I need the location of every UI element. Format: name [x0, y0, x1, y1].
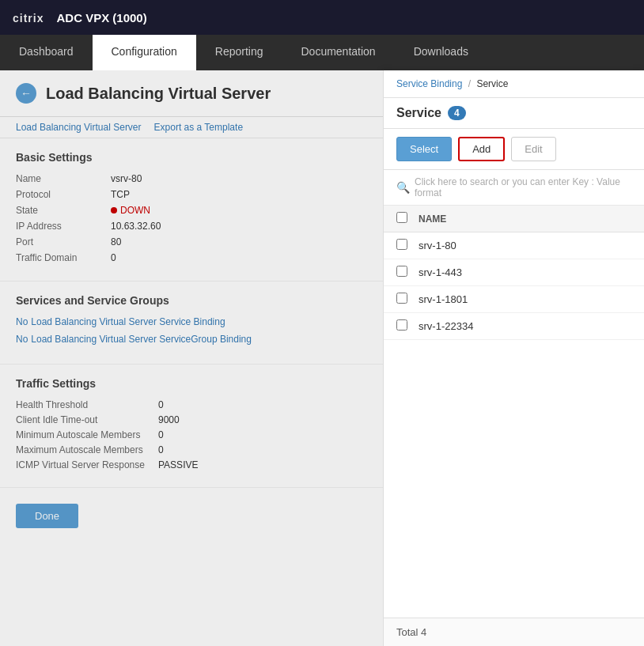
breadcrumb: Load Balancing Virtual Server Export as … — [0, 117, 383, 138]
field-min-autoscale: Minimum Autoscale Members 0 — [16, 429, 367, 440]
nav-tabs: Dashboard Configuration Reporting Docume… — [0, 35, 644, 70]
done-button[interactable]: Done — [16, 504, 78, 528]
field-protocol: Protocol TCP — [16, 189, 367, 200]
edit-button[interactable]: Edit — [511, 137, 555, 161]
basic-settings-title: Basic Settings — [16, 151, 367, 164]
service-count-badge: 4 — [448, 106, 466, 120]
field-max-autoscale: Maximum Autoscale Members 0 — [16, 444, 367, 455]
service-name-1: srv-1-80 — [419, 240, 631, 251]
service-name-2: srv-1-443 — [419, 266, 631, 278]
column-name-header: NAME — [419, 213, 631, 225]
header-checkbox-col — [396, 212, 419, 225]
service-name-4: srv-1-22334 — [419, 320, 631, 332]
total-row: Total 4 — [384, 618, 644, 646]
tab-documentation[interactable]: Documentation — [282, 35, 394, 70]
total-label: Total — [396, 626, 418, 638]
panel-title: Load Balancing Virtual Server — [46, 85, 271, 103]
breadcrumb-service-binding[interactable]: Service Binding — [396, 78, 462, 89]
select-button[interactable]: Select — [396, 137, 452, 161]
field-traffic-domain: Traffic Domain 0 — [16, 252, 367, 263]
services-section: Services and Service Groups NoLoad Balan… — [0, 281, 383, 365]
add-button[interactable]: Add — [458, 137, 505, 161]
traffic-settings-section: Traffic Settings Health Threshold 0 Clie… — [0, 365, 383, 488]
breadcrumb-service-current: Service — [476, 78, 508, 89]
row-checkbox-2[interactable] — [396, 266, 419, 279]
service-table: NAME srv-1-80 srv-1-443 srv-1-1801 — [384, 206, 644, 618]
app-title: ADC VPX (1000) — [56, 11, 146, 25]
servicegroup-binding-link[interactable]: NoLoad Balancing Virtual Server ServiceG… — [16, 334, 367, 345]
table-row[interactable]: srv-1-1801 — [384, 286, 644, 313]
table-row[interactable]: srv-1-22334 — [384, 313, 644, 340]
service-panel-title: Service — [396, 106, 441, 120]
tab-downloads[interactable]: Downloads — [395, 35, 487, 70]
service-header: Service 4 — [384, 98, 644, 129]
field-name: Name vsrv-80 — [16, 173, 367, 184]
main-content: ← Load Balancing Virtual Server Load Bal… — [0, 70, 644, 646]
field-client-idle-timeout: Client Idle Time-out 9000 — [16, 414, 367, 425]
field-state: State DOWN — [16, 205, 367, 216]
back-button[interactable]: ← — [16, 83, 36, 104]
export-template-link[interactable]: Export as a Template — [154, 122, 244, 133]
left-panel: ← Load Balancing Virtual Server Load Bal… — [0, 70, 383, 646]
search-hint[interactable]: Click here to search or you can enter Ke… — [415, 176, 631, 198]
row-checkbox-4[interactable] — [396, 319, 419, 333]
service-binding-link[interactable]: NoLoad Balancing Virtual Server Service … — [16, 316, 367, 327]
traffic-settings-title: Traffic Settings — [16, 377, 367, 390]
services-title: Services and Service Groups — [16, 294, 367, 307]
table-row[interactable]: srv-1-80 — [384, 232, 644, 259]
right-breadcrumb: Service Binding / Service — [384, 70, 644, 98]
service-name-3: srv-1-1801 — [419, 293, 631, 305]
field-icmp-response: ICMP Virtual Server Response PASSIVE — [16, 459, 367, 470]
breadcrumb-main-link[interactable]: Load Balancing Virtual Server — [16, 122, 142, 133]
table-header: NAME — [384, 206, 644, 232]
row-checkbox-1[interactable] — [396, 239, 419, 252]
panel-header: ← Load Balancing Virtual Server — [0, 70, 383, 117]
total-count-value: 4 — [421, 626, 426, 638]
right-panel: Service Binding / Service Service 4 Sele… — [383, 70, 644, 646]
citrix-logo: citrix — [13, 9, 44, 26]
tab-dashboard[interactable]: Dashboard — [0, 35, 93, 70]
action-bar: Select Add Edit — [384, 129, 644, 170]
basic-settings-section: Basic Settings Name vsrv-80 Protocol TCP… — [0, 138, 383, 281]
search-bar: 🔍 Click here to search or you can enter … — [384, 170, 644, 206]
tab-configuration[interactable]: Configuration — [93, 35, 196, 70]
row-checkbox-3[interactable] — [396, 293, 419, 306]
top-bar: citrix ADC VPX (1000) — [0, 0, 644, 35]
table-row[interactable]: srv-1-443 — [384, 259, 644, 286]
field-port: Port 80 — [16, 236, 367, 247]
status-dot — [111, 207, 117, 213]
search-icon: 🔍 — [396, 181, 410, 194]
tab-reporting[interactable]: Reporting — [196, 35, 282, 70]
select-all-checkbox[interactable] — [396, 212, 407, 223]
field-health-threshold: Health Threshold 0 — [16, 399, 367, 410]
field-ip: IP Address 10.63.32.60 — [16, 221, 367, 232]
